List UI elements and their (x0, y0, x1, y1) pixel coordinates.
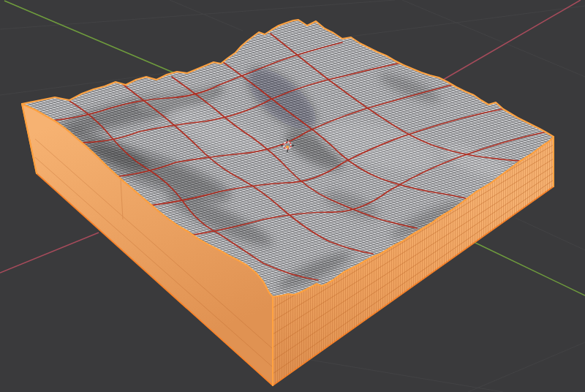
blender-3d-viewport[interactable] (0, 0, 585, 392)
object-origin-dot (286, 146, 289, 148)
viewport-stage (0, 0, 585, 392)
